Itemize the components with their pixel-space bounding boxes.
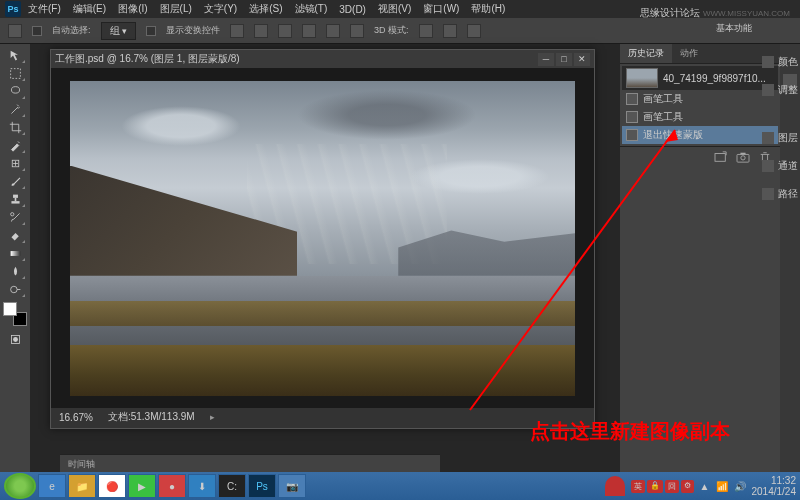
svg-point-10 xyxy=(13,337,18,342)
task-photoshop[interactable]: Ps xyxy=(248,474,276,498)
task-app3[interactable]: ⬇ xyxy=(188,474,216,498)
stamp-tool[interactable] xyxy=(4,190,26,208)
eyedropper-tool[interactable] xyxy=(4,136,26,154)
adjust-panel-tab[interactable]: 调整 xyxy=(762,83,798,97)
svg-rect-0 xyxy=(10,68,20,78)
task-app2[interactable]: ● xyxy=(158,474,186,498)
align-icon-1[interactable] xyxy=(230,24,244,38)
menu-type[interactable]: 文字(Y) xyxy=(199,0,242,18)
task-explorer[interactable]: 📁 xyxy=(68,474,96,498)
toolbar xyxy=(0,44,30,474)
auto-select-checkbox[interactable] xyxy=(32,26,42,36)
svg-point-1 xyxy=(11,86,19,93)
watermark: 思缘设计论坛 WWW.MISSYUAN.COM xyxy=(640,6,790,20)
lang-bar[interactable]: 英🔒回⚙ xyxy=(631,480,694,493)
color-panel-tab[interactable]: 颜色 xyxy=(762,55,798,69)
ps-logo[interactable]: Ps xyxy=(5,1,21,17)
tray-network-icon[interactable]: 📶 xyxy=(716,481,728,492)
maximize-button[interactable]: □ xyxy=(556,53,572,66)
menu-select[interactable]: 选择(S) xyxy=(244,0,287,18)
svg-rect-5 xyxy=(11,201,19,203)
marquee-tool[interactable] xyxy=(4,64,26,82)
minimize-button[interactable]: ─ xyxy=(538,53,554,66)
paths-icon xyxy=(762,188,774,200)
3d-icon-3[interactable] xyxy=(467,24,481,38)
menu-3d[interactable]: 3D(D) xyxy=(334,2,371,17)
actions-tab[interactable]: 动作 xyxy=(672,44,706,63)
close-button[interactable]: ✕ xyxy=(574,53,590,66)
channels-panel-tab[interactable]: 通道 xyxy=(762,159,798,173)
menu-help[interactable]: 帮助(H) xyxy=(466,0,510,18)
adjust-icon xyxy=(762,84,774,96)
document-titlebar[interactable]: 工作图.psd @ 16.7% (图层 1, 图层蒙版/8) ─ □ ✕ xyxy=(51,50,594,68)
history-step[interactable]: 画笔工具 xyxy=(622,90,778,108)
svg-line-15 xyxy=(470,130,675,410)
menu-edit[interactable]: 编辑(E) xyxy=(68,0,111,18)
quickmask-tool[interactable] xyxy=(4,330,26,348)
snapshot-thumb xyxy=(626,68,658,88)
svg-point-8 xyxy=(10,286,17,293)
align-icon-6[interactable] xyxy=(350,24,364,38)
group-select[interactable]: 组 ▾ xyxy=(101,22,137,40)
workspace-switcher[interactable]: 基本功能 xyxy=(708,20,760,37)
new-doc-from-state-icon[interactable] xyxy=(714,151,728,163)
menu-layer[interactable]: 图层(L) xyxy=(155,0,197,18)
task-ie[interactable]: e xyxy=(38,474,66,498)
task-chrome[interactable]: 🔴 xyxy=(98,474,126,498)
menu-view[interactable]: 视图(V) xyxy=(373,0,416,18)
svg-point-6 xyxy=(10,212,13,215)
move-tool[interactable] xyxy=(4,46,26,64)
start-button[interactable] xyxy=(4,473,36,499)
santa-icon xyxy=(605,476,625,496)
heal-tool[interactable] xyxy=(4,154,26,172)
layers-panel-tab[interactable]: 图层 xyxy=(762,131,798,145)
dodge-tool[interactable] xyxy=(4,280,26,298)
align-icon-4[interactable] xyxy=(302,24,316,38)
history-brush-tool[interactable] xyxy=(4,208,26,226)
crop-tool[interactable] xyxy=(4,118,26,136)
move-tool-icon[interactable] xyxy=(8,24,22,38)
clock[interactable]: 11:322014/1/24 xyxy=(752,475,797,497)
new-snapshot-icon[interactable] xyxy=(736,151,750,163)
blur-tool[interactable] xyxy=(4,262,26,280)
align-icon-3[interactable] xyxy=(278,24,292,38)
wand-tool[interactable] xyxy=(4,100,26,118)
svg-rect-14 xyxy=(740,152,745,154)
3d-icon-2[interactable] xyxy=(443,24,457,38)
menu-file[interactable]: 文件(F) xyxy=(23,0,66,18)
color-swatches[interactable] xyxy=(3,302,27,326)
svg-marker-16 xyxy=(665,130,678,142)
timeline-panel[interactable]: 时间轴 xyxy=(60,454,440,474)
tray-sound-icon[interactable]: 🔊 xyxy=(734,481,746,492)
svg-rect-7 xyxy=(10,251,20,256)
document-title: 工作图.psd @ 16.7% (图层 1, 图层蒙版/8) xyxy=(55,52,240,66)
menu-filter[interactable]: 滤镜(T) xyxy=(290,0,333,18)
show-transform-checkbox[interactable] xyxy=(146,26,156,36)
align-icon-2[interactable] xyxy=(254,24,268,38)
paths-panel-tab[interactable]: 路径 xyxy=(762,187,798,201)
svg-rect-11 xyxy=(715,153,725,161)
history-snapshot[interactable]: 40_74199_9f9897f10... xyxy=(622,66,778,90)
fg-color[interactable] xyxy=(3,302,17,316)
align-icon-5[interactable] xyxy=(326,24,340,38)
windows-taskbar: e 📁 🔴 ▶ ● ⬇ C: Ps 📷 英🔒回⚙ ▲ 📶 🔊 11:322014… xyxy=(0,472,800,500)
task-app1[interactable]: ▶ xyxy=(128,474,156,498)
gradient-tool[interactable] xyxy=(4,244,26,262)
menu-window[interactable]: 窗口(W) xyxy=(418,0,464,18)
layers-icon xyxy=(762,132,774,144)
zoom-level[interactable]: 16.67% xyxy=(59,412,93,423)
tray-flag-icon[interactable]: ▲ xyxy=(700,481,710,492)
3d-icon-1[interactable] xyxy=(419,24,433,38)
system-tray[interactable]: 英🔒回⚙ ▲ 📶 🔊 11:322014/1/24 xyxy=(605,475,796,497)
annotation-arrow xyxy=(460,120,690,420)
color-icon xyxy=(762,56,774,68)
menu-image[interactable]: 图像(I) xyxy=(113,0,152,18)
annotation-text: 点击这里新建图像副本 xyxy=(530,418,730,445)
lasso-tool[interactable] xyxy=(4,82,26,100)
filesize-info: 文档:51.3M/113.9M xyxy=(108,410,195,424)
brush-tool[interactable] xyxy=(4,172,26,190)
task-app4[interactable]: 📷 xyxy=(278,474,306,498)
eraser-tool[interactable] xyxy=(4,226,26,244)
history-tab[interactable]: 历史记录 xyxy=(620,44,672,63)
task-terminal[interactable]: C: xyxy=(218,474,246,498)
